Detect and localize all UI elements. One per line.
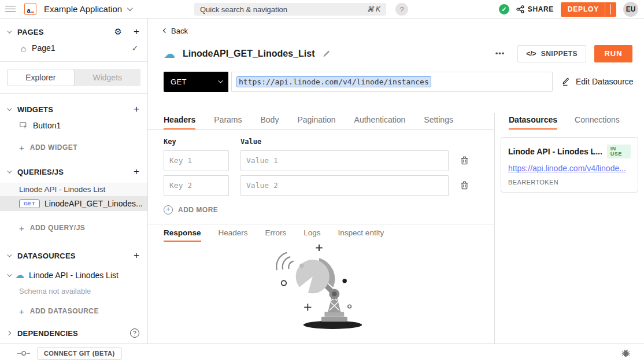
tab-errors[interactable]: Errors — [265, 227, 287, 242]
sidebar-item-page1[interactable]: ⌂ Page1 ✓ — [0, 39, 147, 57]
circled-plus-icon: + — [164, 205, 173, 215]
dependencies-section-header[interactable]: DEPENDENCIES ? — [0, 326, 147, 341]
tab-headers[interactable]: Headers — [164, 113, 195, 130]
satellite-illustration — [265, 243, 401, 333]
add-widget-icon[interactable]: + — [134, 104, 139, 115]
sidebar-item-button1[interactable]: Button1 — [0, 117, 147, 134]
query-group-linode-api[interactable]: Linode API - Linodes List — [0, 183, 147, 196]
datasource-card[interactable]: Linode API - Linodes L... IN USE https:/… — [501, 137, 638, 193]
explorer-widgets-switcher: Explorer Widgets — [7, 69, 140, 86]
rename-query-button[interactable] — [323, 50, 331, 58]
add-query-icon[interactable]: + — [134, 166, 139, 178]
queries-section-header[interactable]: QUERIES/JS + — [0, 164, 147, 179]
dependencies-help-icon[interactable]: ? — [130, 328, 139, 338]
tab-body[interactable]: Body — [261, 113, 279, 130]
deploy-button[interactable]: DEPLOY — [561, 2, 616, 17]
share-button[interactable]: SHARE — [516, 5, 554, 13]
pages-section-header[interactable]: PAGES ⚙ + — [0, 24, 147, 39]
app-name-menu[interactable]: Example Application — [44, 4, 131, 14]
hamburger-menu-icon[interactable] — [5, 6, 16, 13]
key-2-input[interactable] — [164, 175, 229, 196]
connect-git-button[interactable]: CONNECT GIT (BETA) — [37, 347, 122, 360]
tab-response-headers[interactable]: Headers — [219, 227, 248, 242]
tab-response[interactable]: Response — [164, 227, 201, 242]
widgets-title: WIDGETS — [17, 105, 128, 114]
request-url-row: GET https://api.linode.com/v4/linode/ins… — [148, 72, 644, 92]
datasource-url-link[interactable]: https://api.linode.com/v4/linode... — [508, 164, 631, 173]
tab-datasources[interactable]: Datasources — [509, 113, 557, 130]
bug-icon — [621, 349, 630, 357]
explorer-sidebar: PAGES ⚙ + ⌂ Page1 ✓ Explorer Widgets WID… — [0, 19, 148, 343]
add-more-button[interactable]: + ADD MORE — [164, 205, 218, 215]
sidebar-item-query-selected[interactable]: GET LinodeAPI_GET_Linodes... — [0, 196, 147, 211]
tab-logs[interactable]: Logs — [304, 227, 320, 242]
divider — [0, 61, 147, 62]
add-datasource-button[interactable]: + ADD DATASOURCE — [0, 301, 147, 321]
help-icon[interactable]: ? — [395, 3, 408, 16]
get-method-badge: GET — [19, 200, 40, 208]
chevron-down-icon — [7, 28, 12, 33]
value-1-input[interactable] — [240, 150, 449, 171]
response-empty-state — [160, 242, 506, 344]
tab-widgets[interactable]: Widgets — [75, 69, 141, 86]
edit-datasource-button[interactable]: Edit Datasource — [562, 77, 634, 86]
add-widget-button[interactable]: + ADD WIDGET — [0, 138, 147, 157]
add-query-button[interactable]: + ADD QUERY/JS — [0, 218, 147, 238]
tab-authentication[interactable]: Authentication — [354, 113, 406, 130]
edit-datasource-label: Edit Datasource — [576, 77, 634, 86]
delete-header-1-button[interactable] — [461, 156, 468, 165]
chevron-down-icon — [7, 272, 12, 276]
pages-title: PAGES — [17, 28, 109, 36]
snippets-label: SNIPPETS — [541, 50, 578, 58]
edit-pencil-icon — [562, 77, 571, 86]
back-button[interactable]: Back — [164, 27, 188, 35]
deploy-options-button[interactable] — [605, 4, 616, 14]
app-name-label: Example Application — [44, 4, 122, 14]
add-datasource-icon[interactable]: + — [134, 250, 139, 261]
tab-settings[interactable]: Settings — [424, 113, 453, 130]
right-panel-tabs: Datasources Connections — [495, 113, 644, 130]
headers-form: Key Value — [148, 130, 494, 215]
tab-inspect-entity[interactable]: Inspect entity — [338, 227, 384, 242]
page1-label: Page1 — [32, 43, 55, 53]
chevron-down-icon — [7, 106, 12, 110]
chevron-down-icon — [610, 4, 611, 14]
header-row-2 — [164, 175, 494, 196]
snippets-button[interactable]: </> SNIPPETS — [517, 45, 586, 62]
response-tabs: Response Headers Errors Logs Inspect ent… — [148, 224, 494, 242]
delete-header-2-button[interactable] — [461, 181, 468, 190]
chevron-left-icon — [163, 28, 168, 33]
value-2-input[interactable] — [240, 175, 449, 196]
sidebar-item-datasource[interactable]: ☁ Linode API - Linodes List — [0, 267, 147, 284]
datasources-panel: Datasources Connections Linode API - Lin… — [494, 113, 644, 344]
add-query-label: ADD QUERY/JS — [30, 224, 86, 232]
query-title: LinodeAPI_GET_Linodes_List — [183, 49, 314, 59]
tab-params[interactable]: Params — [214, 113, 242, 130]
schema-status-label: Schema not available — [0, 284, 147, 298]
chevron-right-icon — [6, 331, 11, 335]
topbar-actions: ✓ SHARE DEPLOY EU — [499, 0, 638, 19]
http-method-select[interactable]: GET — [164, 72, 228, 92]
widgets-section-header[interactable]: WIDGETS + — [0, 102, 147, 117]
user-avatar[interactable]: EU — [623, 2, 638, 17]
datasource-card-name: Linode API - Linodes L... — [508, 147, 602, 156]
datasources-title: DATASOURCES — [17, 252, 128, 260]
status-bar: CONNECT GIT (BETA) — [0, 343, 644, 362]
tab-explorer[interactable]: Explorer — [7, 69, 75, 86]
tab-connections[interactable]: Connections — [575, 113, 620, 130]
run-button[interactable]: RUN — [594, 45, 632, 62]
tab-pagination[interactable]: Pagination — [297, 113, 335, 130]
deploy-label: DEPLOY — [561, 5, 605, 13]
debug-button[interactable] — [621, 349, 630, 357]
quick-search-input[interactable]: Quick search & navigation ⌘ K — [194, 3, 386, 16]
pages-settings-icon[interactable]: ⚙ — [114, 27, 122, 37]
in-use-badge: IN USE — [607, 145, 631, 158]
datasources-section-header[interactable]: DATASOURCES + — [0, 248, 147, 263]
datasource-auth-type: BEARERTOKEN — [508, 179, 631, 186]
add-page-icon[interactable]: + — [134, 26, 139, 38]
url-input[interactable]: https://api.linode.com/v4/linode/instanc… — [231, 72, 553, 92]
back-label: Back — [171, 27, 188, 35]
more-actions-button[interactable]: ••• — [495, 49, 505, 58]
key-1-input[interactable] — [164, 150, 229, 171]
top-bar: a Example Application Quick search & nav… — [0, 0, 644, 19]
